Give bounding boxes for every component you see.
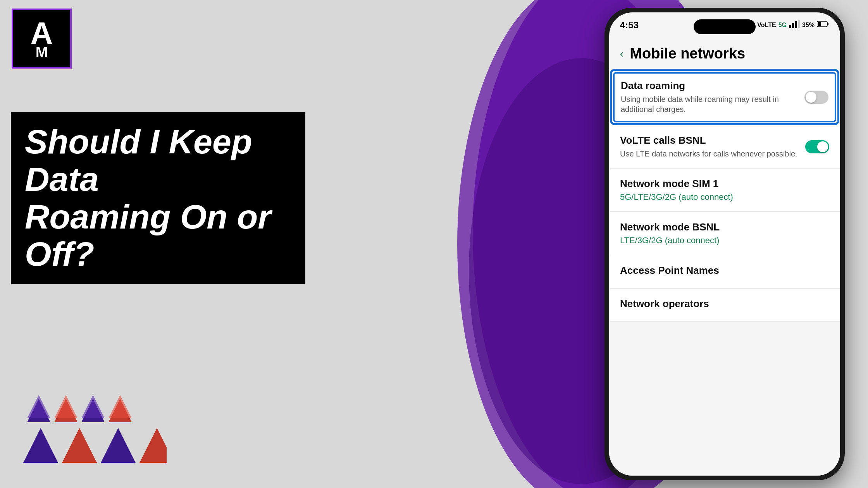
data-roaming-item[interactable]: Data roaming Using mobile data while roa… (613, 72, 836, 122)
main-headline: Should I Keep Data Roaming On or Off? (25, 123, 291, 273)
svg-marker-11 (108, 395, 132, 418)
svg-rect-15 (798, 20, 800, 28)
network-mode-sim1-text: Network mode SIM 1 5G/LTE/3G/2G (auto co… (620, 178, 829, 202)
svg-rect-18 (818, 22, 821, 26)
network-mode-sim1-label: Network mode SIM 1 (620, 178, 829, 190)
main-text-box: Should I Keep Data Roaming On or Off? (11, 112, 305, 284)
svg-marker-4 (23, 428, 58, 463)
volte-icon: VoLTE (757, 22, 776, 29)
access-point-names-label: Access Point Names (620, 265, 829, 277)
access-point-names-item[interactable]: Access Point Names (609, 255, 840, 289)
volte-calls-text: VoLTE calls BSNL Use LTE data networks f… (620, 134, 799, 159)
phone-mockup: 4:53 VoLTE 5G 35% (604, 8, 845, 480)
data-roaming-toggle[interactable] (804, 91, 828, 104)
svg-marker-6 (101, 428, 136, 463)
volte-calls-item[interactable]: VoLTE calls BSNL Use LTE data networks f… (609, 125, 840, 168)
toggle-knob (806, 92, 816, 103)
data-roaming-desc: Using mobile data while roaming may resu… (621, 94, 798, 114)
volte-calls-desc: Use LTE data networks for calls whenever… (620, 149, 799, 159)
network-mode-bsnl-sublabel: LTE/3G/2G (auto connect) (620, 235, 829, 246)
battery-icon: 35% (802, 22, 815, 29)
svg-marker-5 (62, 428, 97, 463)
data-roaming-label: Data roaming (621, 80, 798, 92)
status-icons: VoLTE 5G 35% (757, 20, 829, 30)
network-mode-bsnl-label: Network mode BSNL (620, 221, 829, 233)
svg-rect-12 (789, 25, 791, 28)
phone-screen: 4:53 VoLTE 5G 35% (609, 12, 840, 476)
svg-marker-8 (27, 395, 50, 418)
dynamic-island (694, 19, 756, 34)
svg-rect-17 (827, 23, 828, 25)
svg-marker-10 (81, 395, 105, 418)
triangle-decorations (19, 391, 167, 469)
svg-rect-13 (792, 23, 794, 28)
screen-content: ‹ Mobile networks Data roaming Using mob… (609, 38, 840, 476)
status-time: 4:53 (620, 20, 639, 31)
network-operators-label: Network operators (620, 298, 829, 310)
network-operators-item[interactable]: Network operators (609, 289, 840, 322)
battery-shape (817, 21, 829, 29)
network-mode-bsnl-item[interactable]: Network mode BSNL LTE/3G/2G (auto connec… (609, 212, 840, 255)
svg-rect-14 (795, 21, 797, 28)
page-title: Mobile networks (630, 45, 745, 62)
network-mode-sim1-sublabel: 5G/LTE/3G/2G (auto connect) (620, 192, 829, 202)
logo-letter-m: M (36, 45, 48, 60)
signal-bars (789, 20, 800, 30)
network-operators-text: Network operators (620, 298, 829, 312)
5g-icon: 5G (778, 22, 787, 29)
svg-marker-7 (140, 428, 167, 463)
page-header: ‹ Mobile networks (609, 38, 840, 70)
settings-list: Data roaming Using mobile data while roa… (609, 72, 840, 322)
svg-marker-9 (54, 395, 78, 418)
volte-calls-toggle[interactable] (805, 140, 829, 153)
toggle-knob-volte (817, 141, 828, 152)
network-mode-sim1-item[interactable]: Network mode SIM 1 5G/LTE/3G/2G (auto co… (609, 168, 840, 212)
back-button[interactable]: ‹ (620, 48, 623, 60)
data-roaming-text: Data roaming Using mobile data while roa… (621, 80, 798, 114)
access-point-names-text: Access Point Names (620, 265, 829, 279)
volte-calls-label: VoLTE calls BSNL (620, 134, 799, 146)
network-mode-bsnl-text: Network mode BSNL LTE/3G/2G (auto connec… (620, 221, 829, 246)
logo: A M (12, 9, 72, 69)
